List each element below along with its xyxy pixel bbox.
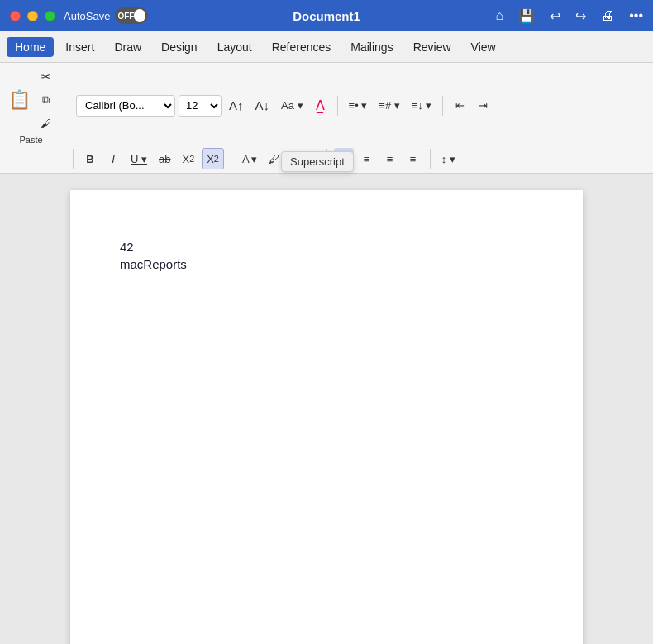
bullet-list-button[interactable]: ≡• ▾ bbox=[345, 95, 372, 117]
more-icon[interactable]: ••• bbox=[629, 8, 643, 23]
doc-line-1: 42 bbox=[120, 240, 533, 254]
menu-draw[interactable]: Draw bbox=[106, 37, 150, 57]
traffic-lights bbox=[10, 11, 55, 21]
menu-home[interactable]: Home bbox=[7, 37, 54, 57]
paste-label: Paste bbox=[19, 135, 42, 145]
paste-button[interactable]: 📋 bbox=[7, 88, 32, 112]
clear-format-button[interactable]: A̲ bbox=[311, 95, 331, 117]
line-spacing-button[interactable]: ↕ ▾ bbox=[437, 148, 460, 169]
italic-button[interactable]: I bbox=[103, 148, 123, 169]
print-icon[interactable]: 🖨 bbox=[601, 8, 614, 23]
autosave-toggle[interactable]: OFF bbox=[115, 7, 148, 24]
underline-button[interactable]: U ▾ bbox=[126, 148, 151, 169]
menu-bar: Home Insert Draw Design Layout Reference… bbox=[0, 31, 653, 63]
format-painter-button[interactable]: 🖌 bbox=[36, 112, 55, 134]
separator-2 bbox=[337, 96, 338, 116]
superscript-button[interactable]: X2 bbox=[202, 148, 224, 169]
autosave-toggle-group: AutoSave OFF bbox=[64, 7, 148, 24]
autosave-label: AutoSave bbox=[64, 10, 110, 22]
document-page[interactable]: 42 macReports bbox=[70, 190, 583, 644]
cut-button[interactable]: ✂ bbox=[36, 66, 55, 88]
change-case-button[interactable]: Aa ▾ bbox=[277, 95, 307, 117]
title-icons: ⌂ 💾 ↩ ↪ 🖨 ••• bbox=[496, 8, 643, 24]
increase-indent-button[interactable]: ⇥ bbox=[473, 95, 493, 117]
maximize-button[interactable] bbox=[45, 11, 55, 21]
align-justify-button[interactable]: ≡ bbox=[403, 148, 423, 169]
multilevel-list-button[interactable]: ≡↓ ▾ bbox=[408, 95, 436, 117]
numbered-list-button[interactable]: ≡# ▾ bbox=[374, 95, 403, 117]
document-area[interactable]: 42 macReports bbox=[0, 174, 653, 644]
menu-layout[interactable]: Layout bbox=[209, 37, 260, 57]
align-right-button[interactable]: ≡ bbox=[380, 148, 400, 169]
redo-icon[interactable]: ↪ bbox=[575, 8, 586, 24]
font-size-selector[interactable]: 12 bbox=[179, 95, 222, 117]
separator-row2-1 bbox=[73, 149, 74, 169]
bold-button[interactable]: B bbox=[80, 148, 100, 169]
font-color-button[interactable]: A ▾ bbox=[238, 148, 262, 169]
subscript-button[interactable]: X2 bbox=[178, 148, 198, 169]
font-grow-button[interactable]: A↑ bbox=[225, 95, 248, 117]
menu-mailings[interactable]: Mailings bbox=[342, 37, 401, 57]
menu-insert[interactable]: Insert bbox=[57, 37, 102, 57]
copy-button[interactable]: ⧉ bbox=[36, 89, 55, 111]
save-icon[interactable]: 💾 bbox=[518, 8, 535, 24]
separator-row2-2 bbox=[231, 149, 231, 169]
font-shrink-button[interactable]: A↓ bbox=[251, 95, 274, 117]
toolbar-row-1: 📋 ✂ ⧉ 🖌 Paste Calibri (Bo... 12 A↑ A↓ Aa… bbox=[7, 66, 646, 145]
doc-line-2: macReports bbox=[120, 257, 533, 271]
menu-review[interactable]: Review bbox=[405, 37, 460, 57]
document-title: Document1 bbox=[293, 9, 360, 23]
font-family-selector[interactable]: Calibri (Bo... bbox=[76, 95, 175, 117]
strikethrough-button[interactable]: ab bbox=[155, 148, 174, 169]
paste-group: 📋 ✂ ⧉ 🖌 Paste bbox=[7, 66, 55, 145]
decrease-indent-button[interactable]: ⇤ bbox=[450, 95, 469, 117]
toggle-state-label: OFF bbox=[117, 12, 134, 21]
menu-references[interactable]: References bbox=[264, 37, 340, 57]
close-button[interactable] bbox=[10, 11, 21, 21]
separator-row2-4 bbox=[430, 149, 431, 169]
minimize-button[interactable] bbox=[27, 11, 38, 21]
separator-1 bbox=[69, 96, 69, 116]
undo-icon[interactable]: ↩ bbox=[550, 8, 560, 24]
document-content: 42 macReports bbox=[120, 240, 533, 271]
tooltip-text: Superscript bbox=[290, 155, 345, 168]
superscript-tooltip: Superscript bbox=[281, 151, 354, 172]
separator-3 bbox=[442, 96, 443, 116]
title-bar: AutoSave OFF Document1 ⌂ 💾 ↩ ↪ 🖨 ••• bbox=[0, 0, 653, 31]
toggle-knob bbox=[134, 9, 145, 22]
menu-design[interactable]: Design bbox=[153, 37, 206, 57]
align-center-button[interactable]: ≡ bbox=[357, 148, 377, 169]
home-icon[interactable]: ⌂ bbox=[496, 8, 504, 23]
menu-view[interactable]: View bbox=[463, 37, 504, 57]
